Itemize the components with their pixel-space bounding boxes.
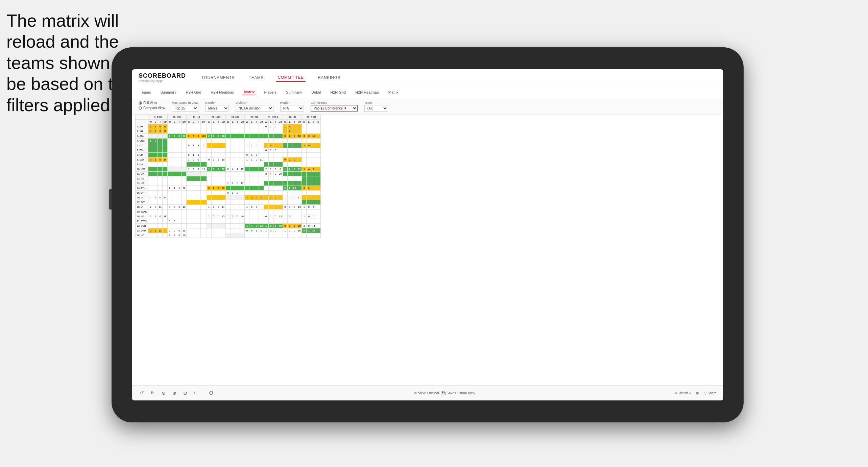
tab-players-matrix[interactable]: Matrix: [387, 90, 400, 95]
matrix-area[interactable]: 3. ASU 10. UW 11. UA 22. UCB 24. UO 27. …: [132, 115, 723, 383]
max-teams-select[interactable]: Top 25: [172, 105, 198, 112]
tab-h2h-grid[interactable]: H2H Grid: [184, 90, 202, 95]
tab-matrix[interactable]: Matrix: [242, 89, 256, 95]
cell-14-2-2: [196, 191, 201, 195]
save-custom-view-btn[interactable]: 💾 Save Custom View: [441, 391, 475, 395]
cell-3-4-0: [225, 139, 230, 143]
tab-players-h2h-heatmap[interactable]: H2H Heatmap: [354, 90, 380, 95]
cell-20-7-3: [297, 219, 302, 224]
cell-13-0-3: [163, 186, 167, 191]
sh-l2: L: [172, 120, 177, 124]
cell-9-6-0: 2: [264, 167, 268, 172]
cell-23-1-2: 0: [177, 233, 182, 238]
compact-view-radio[interactable]: Compact View: [139, 106, 165, 110]
conference-select[interactable]: Pac-12 Conference ▼: [311, 105, 358, 112]
cell-1-4-2: [235, 129, 240, 134]
cell-23-4-1: [230, 233, 235, 238]
cell-2-6-1: [268, 134, 273, 139]
tab-players[interactable]: Players: [263, 90, 278, 95]
full-view-radio[interactable]: Full View: [139, 101, 165, 105]
cell-22-5-3: 0: [259, 228, 264, 233]
tab-h2h-heatmap[interactable]: H2H Heatmap: [209, 90, 236, 95]
cell-6-8-0: [302, 153, 307, 157]
cell-22-2-2: [196, 228, 201, 233]
region-select[interactable]: N/A: [280, 105, 304, 112]
cell-6-1-1: [172, 153, 177, 157]
view-original-btn[interactable]: 👁 View: Original: [414, 391, 439, 395]
cell-6-1-3: [182, 153, 186, 157]
table-row: 17. GIT: [136, 200, 321, 205]
cell-6-2-2: 0: [196, 153, 201, 157]
cell-12-4-2: 0: [235, 181, 240, 186]
cell-4-3-2: [216, 143, 221, 148]
cell-0-5-0: [245, 124, 249, 129]
cell-7-6-3: [278, 157, 283, 162]
tab-players-h2h-grid[interactable]: H2H Grid: [329, 90, 347, 95]
cell-23-6-0: [264, 233, 268, 238]
cell-2-1-1: 4: [172, 134, 177, 139]
zoom-out-button[interactable]: ⊖: [182, 390, 189, 396]
col-su: 27. SU: [245, 115, 264, 120]
cell-21-7-0: 0: [283, 224, 287, 228]
cell-5-5-2: [254, 148, 259, 153]
compact-view-label: Compact View: [143, 106, 165, 110]
table-row: 10. UW130111303204172210012051145: [136, 167, 321, 172]
cell-21-2-2: [196, 224, 201, 228]
cell-20-4-0: [225, 219, 230, 224]
cell-7-3-3: 15: [221, 157, 225, 162]
cell-5-4-1: [230, 148, 235, 153]
cell-5-5-0: [245, 148, 249, 153]
cell-1-6-2: [273, 129, 278, 134]
cell-17-5-3: [259, 205, 264, 210]
cell-14-5-2: [254, 191, 259, 195]
cell-14-8-0: [302, 191, 307, 195]
cell-18-1-0: [167, 210, 172, 214]
redo-button[interactable]: ↻: [149, 390, 156, 396]
cell-16-6-1: [268, 200, 273, 205]
nav-tournaments[interactable]: TOURNAMENTS: [199, 74, 237, 81]
reset-button[interactable]: ⊙: [160, 390, 167, 396]
watch-btn[interactable]: 👁 Watch ▾: [674, 391, 691, 395]
cell-18-3-0: [207, 210, 211, 214]
cell-4-7-2: [292, 143, 297, 148]
timer-button[interactable]: ⏱: [207, 390, 215, 396]
cell-1-7-1: 0: [287, 129, 292, 134]
cell-14-2-3: [201, 191, 207, 195]
cell-12-4-1: 2: [230, 181, 235, 186]
tab-players-detail[interactable]: Detail: [310, 90, 322, 95]
row-label-14: 15. UF: [136, 191, 148, 195]
nav-rankings[interactable]: RANKINGS: [316, 74, 342, 81]
cell-2-4-0: [225, 134, 230, 139]
tab-teams[interactable]: Teams: [139, 90, 152, 95]
app-logo: SCOREBOARD: [139, 72, 186, 79]
cell-20-8-2: [311, 219, 316, 224]
nav-committee[interactable]: COMMITTEE: [276, 74, 306, 82]
gender-select[interactable]: Men's: [205, 105, 229, 112]
cell-12-0-0: [148, 181, 153, 186]
zoom-fit-button[interactable]: ⊕: [171, 390, 178, 396]
undo-button[interactable]: ↺: [139, 390, 145, 396]
cell-7-1-1: [172, 157, 177, 162]
cell-20-4-2: [235, 219, 240, 224]
share-btn[interactable]: ⬡ Share: [704, 391, 717, 395]
cell-2-3-1: 0: [211, 134, 216, 139]
team-select[interactable]: (All): [364, 105, 388, 112]
cell-23-5-3: [259, 233, 264, 238]
cell-13-1-1: 1: [172, 186, 177, 191]
cell-6-2-3: [201, 153, 207, 157]
tab-summary[interactable]: Summary: [159, 90, 177, 95]
share-icon[interactable]: ⊞: [696, 391, 699, 395]
sh-l6: L: [249, 120, 254, 124]
cell-2-7-2: 0: [292, 134, 297, 139]
cell-19-0-1: 1: [153, 214, 158, 219]
cell-8-3-2: [216, 162, 221, 167]
cell-0-3-2: [216, 124, 221, 129]
cell-19-7-2: [292, 214, 297, 219]
cell-9-6-2: 0: [273, 167, 278, 172]
cell-2-7-0: 0: [283, 134, 287, 139]
nav-bar: SCOREBOARD Powered by clippd TOURNAMENTS…: [132, 69, 723, 86]
division-select[interactable]: NCAA Division I: [236, 105, 273, 112]
nav-teams[interactable]: TEAMS: [247, 74, 266, 81]
tab-players-summary[interactable]: Summary: [285, 90, 303, 95]
cell-19-6-2: 0: [273, 214, 278, 219]
